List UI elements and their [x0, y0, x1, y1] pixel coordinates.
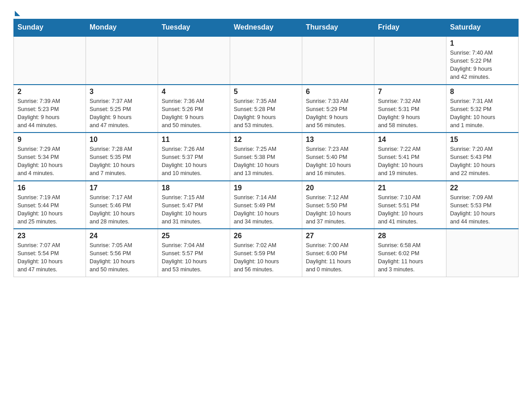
- calendar-cell: 2Sunrise: 7:39 AM Sunset: 5:23 PM Daylig…: [14, 85, 86, 133]
- day-number: 17: [90, 184, 154, 192]
- day-number: 7: [378, 88, 442, 96]
- day-number: 13: [306, 136, 370, 144]
- calendar-cell: 17Sunrise: 7:17 AM Sunset: 5:46 PM Dayli…: [86, 181, 158, 229]
- day-number: 2: [17, 88, 82, 96]
- day-number: 15: [450, 136, 515, 144]
- day-info: Sunrise: 7:37 AM Sunset: 5:25 PM Dayligh…: [90, 97, 154, 130]
- day-number: 19: [234, 184, 298, 192]
- calendar-cell: [374, 36, 446, 85]
- calendar-cell: 9Sunrise: 7:29 AM Sunset: 5:34 PM Daylig…: [14, 133, 86, 181]
- day-number: 4: [162, 88, 226, 96]
- calendar-cell: 4Sunrise: 7:36 AM Sunset: 5:26 PM Daylig…: [158, 85, 230, 133]
- day-info: Sunrise: 7:31 AM Sunset: 5:32 PM Dayligh…: [450, 97, 515, 130]
- weekday-header-monday: Monday: [86, 19, 158, 36]
- day-info: Sunrise: 7:36 AM Sunset: 5:26 PM Dayligh…: [162, 97, 226, 130]
- calendar-cell: [230, 36, 302, 85]
- day-number: 23: [17, 232, 82, 240]
- day-number: 8: [450, 88, 515, 96]
- calendar-cell: 24Sunrise: 7:05 AM Sunset: 5:56 PM Dayli…: [86, 229, 158, 277]
- day-number: 26: [234, 232, 298, 240]
- calendar-cell: 20Sunrise: 7:12 AM Sunset: 5:50 PM Dayli…: [302, 181, 374, 229]
- weekday-header-thursday: Thursday: [302, 19, 374, 36]
- calendar-cell: 25Sunrise: 7:04 AM Sunset: 5:57 PM Dayli…: [158, 229, 230, 277]
- day-info: Sunrise: 7:26 AM Sunset: 5:37 PM Dayligh…: [162, 145, 226, 178]
- calendar-cell: 15Sunrise: 7:20 AM Sunset: 5:43 PM Dayli…: [446, 133, 519, 181]
- day-number: 22: [450, 184, 515, 192]
- calendar-cell: 12Sunrise: 7:25 AM Sunset: 5:38 PM Dayli…: [230, 133, 302, 181]
- day-number: 12: [234, 136, 298, 144]
- calendar-cell: 7Sunrise: 7:32 AM Sunset: 5:31 PM Daylig…: [374, 85, 446, 133]
- calendar-cell: 28Sunrise: 6:58 AM Sunset: 6:02 PM Dayli…: [374, 229, 446, 277]
- day-info: Sunrise: 7:19 AM Sunset: 5:44 PM Dayligh…: [17, 193, 82, 226]
- calendar-cell: 26Sunrise: 7:02 AM Sunset: 5:59 PM Dayli…: [230, 229, 302, 277]
- day-info: Sunrise: 7:28 AM Sunset: 5:35 PM Dayligh…: [90, 145, 154, 178]
- day-info: Sunrise: 7:10 AM Sunset: 5:51 PM Dayligh…: [378, 193, 442, 226]
- logo-arrow-icon: [15, 11, 20, 16]
- page-header: [13, 9, 519, 14]
- day-number: 28: [378, 232, 442, 240]
- day-number: 3: [90, 88, 154, 96]
- calendar-cell: 27Sunrise: 7:00 AM Sunset: 6:00 PM Dayli…: [302, 229, 374, 277]
- day-info: Sunrise: 7:09 AM Sunset: 5:53 PM Dayligh…: [450, 193, 515, 226]
- weekday-header-friday: Friday: [374, 19, 446, 36]
- weekday-header-wednesday: Wednesday: [230, 19, 302, 36]
- calendar-cell: 11Sunrise: 7:26 AM Sunset: 5:37 PM Dayli…: [158, 133, 230, 181]
- day-info: Sunrise: 7:00 AM Sunset: 6:00 PM Dayligh…: [306, 241, 370, 274]
- weekday-header-saturday: Saturday: [446, 19, 519, 36]
- calendar-cell: 10Sunrise: 7:28 AM Sunset: 5:35 PM Dayli…: [86, 133, 158, 181]
- calendar-cell: [86, 36, 158, 85]
- day-info: Sunrise: 7:20 AM Sunset: 5:43 PM Dayligh…: [450, 145, 515, 178]
- day-info: Sunrise: 7:15 AM Sunset: 5:47 PM Dayligh…: [162, 193, 226, 226]
- calendar-cell: 13Sunrise: 7:23 AM Sunset: 5:40 PM Dayli…: [302, 133, 374, 181]
- day-number: 5: [234, 88, 298, 96]
- calendar-cell: [158, 36, 230, 85]
- day-info: Sunrise: 6:58 AM Sunset: 6:02 PM Dayligh…: [378, 241, 442, 274]
- day-number: 9: [17, 136, 82, 144]
- day-number: 10: [90, 136, 154, 144]
- day-info: Sunrise: 7:17 AM Sunset: 5:46 PM Dayligh…: [90, 193, 154, 226]
- day-info: Sunrise: 7:12 AM Sunset: 5:50 PM Dayligh…: [306, 193, 370, 226]
- day-info: Sunrise: 7:29 AM Sunset: 5:34 PM Dayligh…: [17, 145, 82, 178]
- day-info: Sunrise: 7:32 AM Sunset: 5:31 PM Dayligh…: [378, 97, 442, 130]
- day-info: Sunrise: 7:14 AM Sunset: 5:49 PM Dayligh…: [234, 193, 298, 226]
- day-number: 6: [306, 88, 370, 96]
- calendar-cell: [446, 229, 519, 277]
- weekday-header-row: SundayMondayTuesdayWednesdayThursdayFrid…: [14, 19, 519, 36]
- day-info: Sunrise: 7:22 AM Sunset: 5:41 PM Dayligh…: [378, 145, 442, 178]
- calendar-cell: 19Sunrise: 7:14 AM Sunset: 5:49 PM Dayli…: [230, 181, 302, 229]
- day-number: 24: [90, 232, 154, 240]
- calendar-cell: 6Sunrise: 7:33 AM Sunset: 5:29 PM Daylig…: [302, 85, 374, 133]
- day-info: Sunrise: 7:05 AM Sunset: 5:56 PM Dayligh…: [90, 241, 154, 274]
- day-info: Sunrise: 7:07 AM Sunset: 5:54 PM Dayligh…: [17, 241, 82, 274]
- day-number: 20: [306, 184, 370, 192]
- day-number: 11: [162, 136, 226, 144]
- calendar-cell: [302, 36, 374, 85]
- calendar-cell: 14Sunrise: 7:22 AM Sunset: 5:41 PM Dayli…: [374, 133, 446, 181]
- day-info: Sunrise: 7:23 AM Sunset: 5:40 PM Dayligh…: [306, 145, 370, 178]
- calendar-cell: 21Sunrise: 7:10 AM Sunset: 5:51 PM Dayli…: [374, 181, 446, 229]
- calendar-cell: 18Sunrise: 7:15 AM Sunset: 5:47 PM Dayli…: [158, 181, 230, 229]
- day-number: 16: [17, 184, 82, 192]
- calendar-week-2: 2Sunrise: 7:39 AM Sunset: 5:23 PM Daylig…: [14, 85, 519, 133]
- day-number: 14: [378, 136, 442, 144]
- day-info: Sunrise: 7:02 AM Sunset: 5:59 PM Dayligh…: [234, 241, 298, 274]
- calendar-cell: 23Sunrise: 7:07 AM Sunset: 5:54 PM Dayli…: [14, 229, 86, 277]
- calendar-cell: 3Sunrise: 7:37 AM Sunset: 5:25 PM Daylig…: [86, 85, 158, 133]
- calendar-week-1: 1Sunrise: 7:40 AM Sunset: 5:22 PM Daylig…: [14, 36, 519, 85]
- day-number: 1: [450, 39, 515, 47]
- calendar-cell: 8Sunrise: 7:31 AM Sunset: 5:32 PM Daylig…: [446, 85, 519, 133]
- calendar-cell: 5Sunrise: 7:35 AM Sunset: 5:28 PM Daylig…: [230, 85, 302, 133]
- weekday-header-tuesday: Tuesday: [158, 19, 230, 36]
- day-info: Sunrise: 7:35 AM Sunset: 5:28 PM Dayligh…: [234, 97, 298, 130]
- day-info: Sunrise: 7:33 AM Sunset: 5:29 PM Dayligh…: [306, 97, 370, 130]
- day-info: Sunrise: 7:04 AM Sunset: 5:57 PM Dayligh…: [162, 241, 226, 274]
- calendar-cell: 22Sunrise: 7:09 AM Sunset: 5:53 PM Dayli…: [446, 181, 519, 229]
- day-number: 25: [162, 232, 226, 240]
- calendar-week-4: 16Sunrise: 7:19 AM Sunset: 5:44 PM Dayli…: [14, 181, 519, 229]
- calendar-cell: 1Sunrise: 7:40 AM Sunset: 5:22 PM Daylig…: [446, 36, 519, 85]
- weekday-header-sunday: Sunday: [14, 19, 86, 36]
- day-number: 21: [378, 184, 442, 192]
- day-info: Sunrise: 7:40 AM Sunset: 5:22 PM Dayligh…: [450, 49, 515, 81]
- logo: [13, 9, 20, 14]
- calendar-week-3: 9Sunrise: 7:29 AM Sunset: 5:34 PM Daylig…: [14, 133, 519, 181]
